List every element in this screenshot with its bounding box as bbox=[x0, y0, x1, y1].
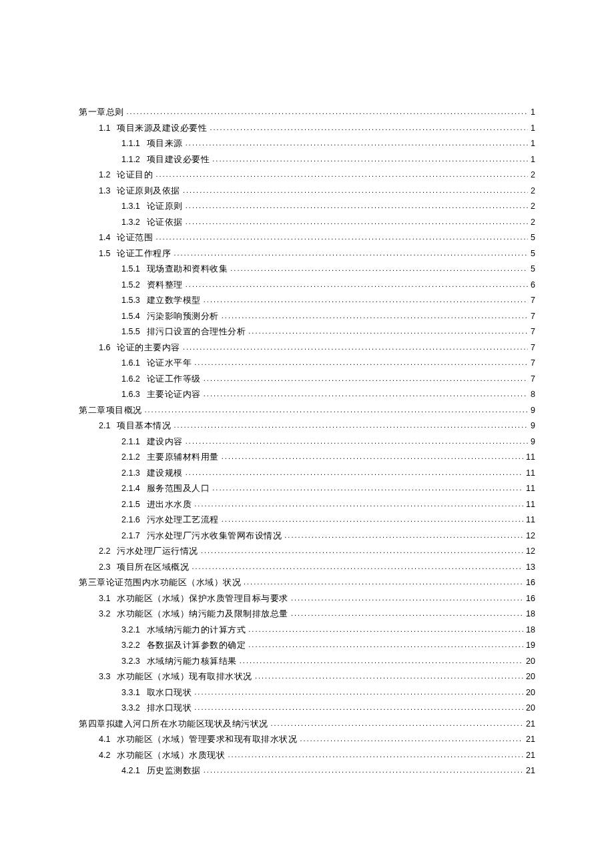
toc-leader-dots bbox=[127, 108, 529, 115]
toc-leader-dots bbox=[222, 312, 528, 320]
toc-container: 第一章总则11.1项目来源及建设必要性11.1.1项目来源11.1.2项目建设必… bbox=[79, 108, 535, 783]
toc-entry[interactable]: 1.5.2资料整理6 bbox=[121, 281, 535, 290]
toc-entry-number: 1.1.1 bbox=[121, 139, 140, 148]
toc-entry-number: 2.1.4 bbox=[121, 484, 140, 493]
toc-leader-dots bbox=[194, 359, 528, 366]
toc-entry[interactable]: 1.5论证工作程序5 bbox=[99, 250, 535, 258]
toc-entry-title: 项目所在区域概况 bbox=[117, 563, 189, 572]
toc-leader-dots bbox=[174, 250, 528, 257]
toc-entry[interactable]: 第二章项目概况9 bbox=[79, 406, 535, 415]
toc-entry[interactable]: 1.1项目来源及建设必要性1 bbox=[99, 124, 535, 133]
toc-entry-page: 6 bbox=[531, 281, 535, 290]
toc-entry[interactable]: 3.3水功能区（水域）现有取排水状况20 bbox=[99, 673, 535, 681]
toc-entry[interactable]: 3.3.1取水口现状20 bbox=[121, 689, 535, 697]
toc-entry-number: 1.1.2 bbox=[121, 155, 140, 164]
toc-entry[interactable]: 1.3.2论证依据2 bbox=[121, 218, 535, 227]
toc-entry-number: 1.5.4 bbox=[121, 312, 140, 321]
toc-entry-number: 1.6.3 bbox=[121, 390, 140, 399]
toc-entry-title: 论证原则及依据 bbox=[117, 187, 180, 195]
toc-leader-dots bbox=[183, 344, 528, 351]
toc-entry-title: 论证目的 bbox=[117, 171, 153, 179]
toc-entry[interactable]: 1.3论证原则及依据2 bbox=[99, 187, 535, 195]
toc-entry-number: 3.1 bbox=[99, 594, 110, 603]
toc-entry[interactable]: 1.1.1项目来源1 bbox=[121, 139, 535, 148]
toc-entry[interactable]: 2.1.7污水处理厂污水收集管网布设情况12 bbox=[121, 532, 535, 540]
toc-entry-title: 论证的主要内容 bbox=[117, 344, 180, 352]
toc-entry[interactable]: 2.1.1建设内容9 bbox=[121, 438, 535, 446]
toc-entry-number: 2.1.2 bbox=[121, 453, 140, 462]
toc-leader-dots bbox=[300, 735, 523, 743]
toc-entry[interactable]: 3.3.2排水口现状20 bbox=[121, 704, 535, 713]
toc-leader-dots bbox=[212, 155, 528, 163]
toc-entry[interactable]: 2.3项目所在区域概况13 bbox=[99, 563, 535, 572]
toc-entry[interactable]: 1.5.4污染影响预测分析7 bbox=[121, 312, 535, 321]
toc-entry[interactable]: 3.2.2各数据及计算参数的确定19 bbox=[121, 641, 535, 650]
toc-entry-title: 主要原辅材料用量 bbox=[147, 453, 219, 462]
toc-entry[interactable]: 1.6.1论证水平年7 bbox=[121, 359, 535, 368]
toc-entry-page: 7 bbox=[531, 296, 535, 305]
toc-entry[interactable]: 第三章论证范围内水功能区（水域）状况16 bbox=[79, 578, 535, 587]
toc-entry-page: 11 bbox=[526, 500, 535, 509]
toc-entry[interactable]: 1.6论证的主要内容7 bbox=[99, 344, 535, 352]
toc-entry-page: 20 bbox=[526, 657, 535, 666]
toc-entry[interactable]: 2.1.6污水处理工艺流程11 bbox=[121, 516, 535, 524]
toc-leader-dots bbox=[222, 516, 523, 523]
toc-entry-title: 水功能区（水域）现有取排水状况 bbox=[117, 673, 252, 681]
toc-entry-number: 2.1.1 bbox=[121, 438, 140, 446]
toc-entry-title: 污染影响预测分析 bbox=[147, 312, 219, 321]
toc-leader-dots bbox=[156, 234, 528, 241]
toc-leader-dots bbox=[201, 547, 523, 554]
toc-entry[interactable]: 1.4论证范围5 bbox=[99, 234, 535, 242]
toc-entry-page: 5 bbox=[531, 265, 535, 274]
toc-leader-dots bbox=[204, 390, 528, 398]
toc-entry[interactable]: 3.2.1水域纳污能力的计算方式18 bbox=[121, 626, 535, 634]
toc-leader-dots bbox=[194, 689, 523, 696]
toc-leader-dots bbox=[240, 657, 523, 665]
toc-entry[interactable]: 1.6.3主要论证内容8 bbox=[121, 390, 535, 399]
toc-entry[interactable]: 1.5.1现场查勘和资料收集5 bbox=[121, 265, 535, 274]
toc-entry[interactable]: 3.2.3水域纳污能力核算结果20 bbox=[121, 657, 535, 666]
toc-entry-page: 9 bbox=[531, 438, 535, 446]
toc-entry[interactable]: 2.1.5进出水水质11 bbox=[121, 500, 535, 509]
toc-entry-page: 20 bbox=[526, 689, 535, 697]
toc-entry-number: 4.2 bbox=[99, 751, 110, 760]
toc-entry-title: 建设规模 bbox=[147, 469, 183, 478]
toc-entry[interactable]: 1.5.3建立数学模型7 bbox=[121, 296, 535, 305]
toc-entry-page: 8 bbox=[531, 390, 535, 399]
toc-entry-page: 16 bbox=[526, 594, 535, 603]
toc-entry[interactable]: 2.1.2主要原辅材料用量11 bbox=[121, 453, 535, 462]
toc-entry[interactable]: 第一章总则1 bbox=[79, 108, 535, 117]
toc-entry-number: 4.2.1 bbox=[121, 767, 140, 775]
toc-entry[interactable]: 2.1.4服务范围及人口11 bbox=[121, 484, 535, 493]
toc-leader-dots bbox=[186, 438, 528, 445]
toc-entry-page: 7 bbox=[531, 328, 535, 336]
toc-entry-title: 取水口现状 bbox=[147, 689, 192, 697]
toc-entry[interactable]: 2.1项目基本情况9 bbox=[99, 422, 535, 430]
toc-entry-page: 2 bbox=[531, 218, 535, 227]
toc-entry[interactable]: 1.3.1论证原则2 bbox=[121, 202, 535, 211]
toc-entry-page: 18 bbox=[526, 610, 535, 618]
toc-leader-dots bbox=[194, 500, 523, 508]
toc-entry[interactable]: 2.2污水处理厂运行情况12 bbox=[99, 547, 535, 556]
toc-entry[interactable]: 1.1.2项目建设必要性1 bbox=[121, 155, 535, 164]
toc-entry-number: 1.5.3 bbox=[121, 296, 140, 305]
toc-entry[interactable]: 4.2水功能区（水域）水质现状21 bbox=[99, 751, 535, 760]
toc-entry-title: 论证依据 bbox=[147, 218, 183, 227]
toc-entry[interactable]: 1.2论证目的2 bbox=[99, 171, 535, 179]
toc-leader-dots bbox=[210, 124, 528, 131]
toc-leader-dots bbox=[248, 641, 523, 648]
toc-entry-title: 建设内容 bbox=[147, 438, 183, 446]
toc-entry[interactable]: 3.1水功能区（水域）保护水质管理目标与要求16 bbox=[99, 594, 535, 603]
toc-leader-dots bbox=[228, 751, 523, 759]
toc-entry-number: 1.3.2 bbox=[121, 218, 140, 227]
toc-entry[interactable]: 第四章拟建入河口所在水功能区现状及纳污状况21 bbox=[79, 720, 535, 729]
toc-entry[interactable]: 4.1水功能区（水域）管理要求和现有取排水状况21 bbox=[99, 735, 535, 744]
toc-entry[interactable]: 1.6.2论证工作等级7 bbox=[121, 375, 535, 384]
toc-entry[interactable]: 1.5.5排污口设置的合理性分析7 bbox=[121, 328, 535, 336]
toc-entry[interactable]: 4.2.1历史监测数据21 bbox=[121, 767, 535, 775]
toc-entry[interactable]: 3.2水功能区（水域）纳污能力及限制排放总量18 bbox=[99, 610, 535, 618]
toc-entry[interactable]: 2.1.3建设规模11 bbox=[121, 469, 535, 478]
toc-leader-dots bbox=[156, 171, 528, 178]
toc-entry-title: 水域纳污能力核算结果 bbox=[147, 657, 237, 666]
toc-entry-title: 论证原则 bbox=[147, 202, 183, 211]
